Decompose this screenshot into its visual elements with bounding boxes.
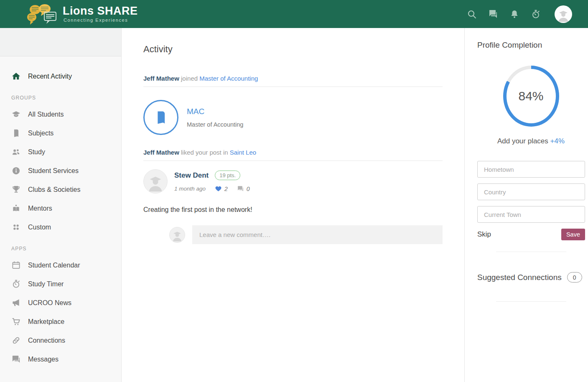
study-timer-icon[interactable] [531,9,541,19]
info-icon [11,166,21,176]
sidebar-header-spacer [0,28,121,56]
sidebar-item-label: UCROO News [28,299,71,307]
activity-feed: Activity Jeff Mathew joined Master of Ac… [122,28,464,382]
likes-count: 2 [224,186,228,192]
like-heart-icon[interactable] [215,185,222,192]
sidebar-item-label: Messages [28,356,59,363]
sidebar-section-groups: GROUPS [11,95,121,101]
post-author-name[interactable]: Stew Dent [174,171,209,180]
add-places-hint: Add your places +4% [477,137,585,145]
sidebar-item-all-students[interactable]: All Students [0,105,121,124]
actor-link[interactable]: Jeff Mathew [143,149,179,156]
sidebar-item-label: Study [28,148,45,156]
sidebar-section-apps: APPS [11,246,121,252]
profile-completion-title: Profile Completion [477,41,585,50]
trophy-icon [11,185,21,194]
places-form: Skip Save [477,161,585,240]
hint-text: Add your places [497,137,550,145]
sidebar-item-label: Subjects [28,130,53,137]
profile-completion-ring: 84% [503,66,559,127]
hometown-field[interactable] [477,161,585,178]
comment-bubble-icon[interactable] [237,185,244,192]
sidebar-item-label: All Students [28,111,64,118]
points-badge: 19 pts. [215,171,240,180]
comments-count: 0 [247,186,250,192]
skip-link[interactable]: Skip [477,230,491,239]
post-card: Stew Dent 19 pts. 1 month ago 2 [143,169,443,244]
chat-icon [11,354,21,364]
group-link[interactable]: Saint Leo [230,149,256,156]
group-full-name: Master of Accounting [187,121,243,128]
page-title: Activity [143,44,443,55]
group-avatar[interactable] [143,100,178,135]
sidebar-item-messages[interactable]: Messages [0,350,121,369]
link-icon [11,336,21,345]
megaphone-icon [11,298,21,308]
post-author-avatar[interactable] [143,169,168,194]
sidebar-item-marketplace[interactable]: Marketplace [0,312,121,331]
speech-bubbles-logo-icon [25,3,59,25]
save-button[interactable]: Save [561,229,585,240]
sidebar-item-study[interactable]: Study [0,143,121,161]
cart-icon [11,317,21,326]
book-icon [153,110,169,125]
hint-boost-link[interactable]: +4% [550,137,565,145]
sidebar-item-label: Custom [28,224,51,231]
graduation-cap-icon [11,110,21,119]
suggested-connections-title: Suggested Connections [477,273,562,282]
notifications-bell-icon[interactable] [509,9,519,19]
sidebar-item-label: Study Timer [28,280,64,288]
header-actions [467,5,572,23]
sidebar-item-study-timer[interactable]: Study Timer [0,275,121,293]
sidebar-item-ucroo-news[interactable]: UCROO News [0,293,121,312]
top-bar: Lions SHARE Connecting Experiences [0,0,588,28]
feed-divider [143,160,443,161]
sidebar-item-label: Clubs & Societies [28,186,80,194]
user-avatar[interactable] [555,5,572,23]
sidebar-item-label: Student Services [28,167,79,175]
current-user-avatar [169,227,185,243]
panel-divider [496,252,566,252]
feed-item-liked: Jeff Mathew liked your post in Saint Leo [143,149,443,156]
group-card: MAC Master of Accounting [143,100,443,135]
actor-link[interactable]: Jeff Mathew [143,75,179,82]
sidebar-item-student-calendar[interactable]: Student Calendar [0,256,121,275]
sidebar-item-mentors[interactable]: Mentors [0,199,121,218]
suggested-connections-header: Suggested Connections 0 [477,272,585,283]
sidebar-item-connections[interactable]: Connections [0,331,121,350]
messages-icon[interactable] [488,9,498,19]
sidebar-item-clubs-societies[interactable]: Clubs & Societies [0,180,121,199]
sidebar-item-subjects[interactable]: Subjects [0,124,121,143]
sidebar-item-custom[interactable]: Custom [0,218,121,237]
sidebar-item-label: Mentors [28,205,52,212]
book-icon [11,128,21,138]
sidebar: Recent Activity GROUPS All Students [0,28,122,382]
feed-divider [143,87,443,87]
profile-completion-percent: 84% [518,89,543,103]
sidebar-item-label: Recent Activity [28,73,72,80]
sidebar-item-student-services[interactable]: Student Services [0,161,121,180]
brand-title: Lions SHARE [63,5,138,17]
panel-divider [496,301,566,302]
home-icon [11,71,21,81]
sidebar-item-label: Connections [28,337,65,344]
comment-input[interactable] [192,225,443,244]
app-window: Lions SHARE Connecting Experiences [0,0,588,382]
group-abbr-link[interactable]: MAC [187,107,243,116]
feed-action-text: joined [181,75,198,82]
suggested-count-badge: 0 [567,272,582,283]
country-field[interactable] [477,183,585,200]
brand-logo[interactable]: Lions SHARE Connecting Experiences [25,3,138,25]
mentor-book-icon [11,204,21,213]
people-icon [11,147,21,157]
stopwatch-icon [11,279,21,289]
grid-dots-icon [11,222,21,232]
sidebar-item-recent-activity[interactable]: Recent Activity [0,67,121,86]
search-icon[interactable] [467,9,477,19]
feed-action-text: liked your post in [181,149,228,156]
group-link[interactable]: Master of Accounting [199,75,258,82]
sidebar-item-label: Student Calendar [28,262,80,269]
post-timestamp: 1 month ago [174,186,206,192]
current-town-field[interactable] [477,206,585,223]
calendar-icon [11,260,21,270]
